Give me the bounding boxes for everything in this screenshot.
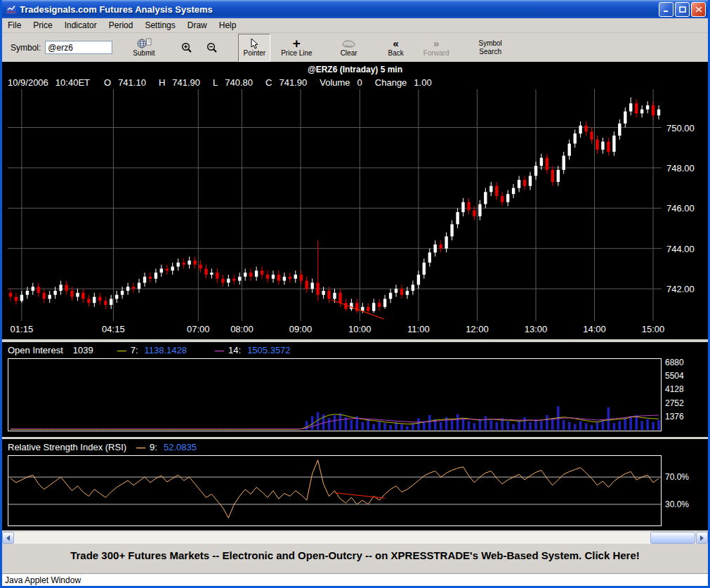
chart-title: @ERZ6 (Intraday) 5 min [2,62,708,75]
forward-button[interactable]: » Forward [419,34,454,62]
scrollbar-thumb[interactable] [650,532,695,544]
info-open: O741.10 [104,77,146,88]
scrollbar-track[interactable] [14,532,696,544]
window-filler [2,565,708,573]
ad-banner-text: Trade 300+ Futures Markets -- Electronic… [70,549,640,561]
svg-text:748.00: 748.00 [666,163,695,174]
time-axis-label: 04:15 [98,324,129,334]
oi-ma14-label: 14: [228,345,241,355]
pointer-arrow-icon [250,37,258,49]
plus-icon: + [293,37,301,49]
candlestick-chart[interactable]: 750.00748.00746.00744.00742.00 [8,89,706,321]
status-text: Java Applet Window [5,575,81,585]
menu-settings[interactable]: Settings [145,20,175,30]
forward-label: Forward [423,49,449,58]
maximize-icon [679,6,686,13]
open-interest-panel: Open Interest 1039 — 7: 1138.1428 — 14: … [2,342,708,437]
oi-ma7-dash-icon: — [117,345,126,355]
svg-text:1376: 1376 [665,412,684,422]
svg-text:742.00: 742.00 [666,284,695,294]
info-volume: Volume0 [320,77,362,88]
rsi-panel: Relative Strength Index (RSI) — 9: 52.08… [2,439,708,530]
svg-text:70.0%: 70.0% [665,472,689,482]
clear-label: Clear [341,49,357,58]
symbol-search-label-line2: Search [479,48,501,56]
info-low: L740.80 [213,77,253,88]
price-info-line: 10/9/2006 10:40ET O741.10 H741.90 L740.8… [2,75,708,89]
status-bar: Java Applet Window [2,573,708,586]
rsi-chart[interactable]: 70.0%30.0% [8,455,706,526]
clear-button[interactable]: Clear [336,34,362,62]
svg-text:744.00: 744.00 [666,244,695,254]
rsi-header: Relative Strength Index (RSI) — 9: 52.08… [2,439,708,455]
scroll-right-icon [700,535,704,541]
ad-banner[interactable]: Trade 300+ Futures Markets -- Electronic… [2,546,708,565]
svg-text:746.00: 746.00 [666,203,695,214]
minimize-button[interactable] [659,2,673,17]
rsi-period-label: 9: [150,442,157,452]
title-bar[interactable]: Tradesignals.com Futures Analysis System… [2,0,708,18]
zoom-out-icon [206,41,218,53]
symbol-search-button[interactable]: Symbol Search [473,34,506,62]
app-icon [6,4,17,15]
menu-draw[interactable]: Draw [188,20,207,30]
zoom-out-button[interactable] [202,34,223,62]
price-chart-panel: @ERZ6 (Intraday) 5 min 10/9/2006 10:40ET… [2,62,708,339]
submit-label: Submit [133,49,155,58]
time-axis-label: 14:00 [579,324,610,334]
horizontal-scrollbar[interactable] [2,532,708,544]
forward-icon: » [433,37,439,49]
time-axis-label: 10:00 [344,324,375,334]
info-time: 10:40ET [55,77,90,88]
toolbar: Symbol: Submit Pointer + Price Lin [2,33,708,62]
svg-text:5504: 5504 [665,371,684,381]
submit-button[interactable]: Submit [128,34,159,62]
time-axis-label: 15:00 [638,324,669,334]
time-axis-label: 08:00 [226,324,257,334]
oi-ma7-value: 1138.1428 [145,345,188,355]
info-high: H741.90 [159,77,200,88]
svg-text:2752: 2752 [665,398,684,408]
info-change: Change1.00 [375,77,432,88]
close-icon [695,6,702,13]
oi-header: Open Interest 1039 — 7: 1138.1428 — 14: … [2,342,708,358]
zoom-in-button[interactable] [176,34,197,62]
back-label: Back [388,49,404,58]
info-date: 10/9/2006 [8,77,48,88]
eraser-icon [341,37,357,49]
minimize-icon [663,6,670,13]
time-axis-label: 12:00 [461,324,492,334]
menu-period[interactable]: Period [109,20,133,30]
zoom-in-icon [181,41,192,53]
time-axis-label: 11:00 [403,324,434,334]
oi-ma14-dash-icon: — [215,345,224,355]
price-line-button[interactable]: + Price Line [276,34,317,62]
scroll-right-button[interactable] [696,532,708,544]
svg-text:4128: 4128 [665,384,684,394]
app-window: Tradesignals.com Futures Analysis System… [0,0,710,588]
scroll-left-icon [6,535,10,541]
svg-text:750.00: 750.00 [666,123,695,133]
close-button[interactable] [691,2,706,17]
scroll-left-button[interactable] [2,532,14,544]
menu-indicator[interactable]: Indicator [65,20,97,30]
menu-bar: File Price Indicator Period Settings Dra… [2,18,708,33]
open-interest-chart[interactable]: 68805504412827521376 [8,358,706,431]
oi-value: 1039 [73,345,93,355]
back-icon: « [393,37,398,49]
time-axis-label: 01:15 [6,324,37,334]
symbol-search-label-line1: Symbol [478,39,501,48]
menu-price[interactable]: Price [33,20,52,30]
time-axis: 01:1504:1507:0008:0009:0010:0011:0012:00… [2,321,708,337]
symbol-input[interactable] [45,41,112,54]
rsi-dash-icon: — [136,442,145,452]
svg-text:6880: 6880 [665,358,684,367]
globe-icon [136,37,152,49]
back-button[interactable]: « Back [383,34,409,62]
maximize-button[interactable] [675,2,690,17]
svg-text:30.0%: 30.0% [665,499,689,509]
menu-help[interactable]: Help [219,20,237,30]
menu-file[interactable]: File [8,20,21,30]
pointer-button[interactable]: Pointer [238,34,270,62]
time-axis-label: 09:00 [285,324,316,334]
